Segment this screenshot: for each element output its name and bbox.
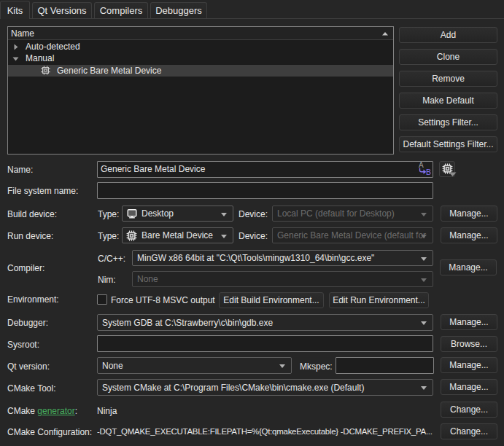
svg-text:B: B bbox=[426, 168, 431, 176]
svg-text:A: A bbox=[419, 161, 424, 169]
